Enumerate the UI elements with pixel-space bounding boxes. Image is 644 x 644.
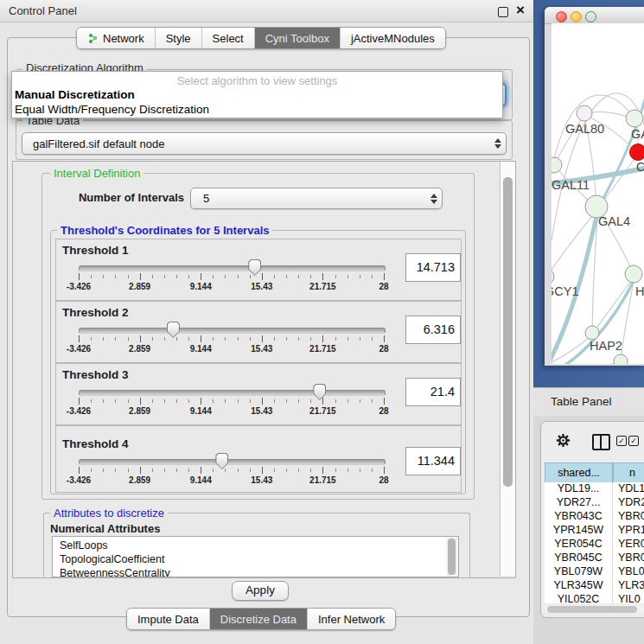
slider-thumb[interactable] <box>215 453 228 469</box>
tick-mark <box>213 469 214 472</box>
tick-label: 15.43 <box>251 282 272 291</box>
thresholds-title: Threshold's Coordinates for 5 Intervals <box>57 224 272 237</box>
column-header-name[interactable]: n <box>613 462 644 483</box>
node-label: GAL80 <box>565 122 604 136</box>
close-traffic-light-icon[interactable] <box>556 11 567 22</box>
slider-thumb[interactable] <box>248 259 261 276</box>
attribute-list-item[interactable]: SelfLoops <box>53 539 447 552</box>
tick-mark <box>286 399 287 403</box>
slider-track[interactable] <box>79 390 386 396</box>
show-columns-icon[interactable] <box>592 434 610 450</box>
attributes-list-scrollbar[interactable] <box>446 536 459 577</box>
threshold-value-field[interactable]: 6.316 <box>405 316 461 344</box>
table-row[interactable]: YDR27...YDR2 <box>545 496 644 510</box>
network-node[interactable] <box>577 105 592 121</box>
dropdown-option-equal-width[interactable]: Equal Width/Frequency Discretization <box>15 103 499 116</box>
table-row[interactable]: YPR145WYPR1 <box>545 524 644 538</box>
apply-button[interactable]: Apply <box>232 581 289 601</box>
dropdown-option-manual[interactable]: Manual Discretization <box>15 88 499 101</box>
tick-mark <box>79 335 80 342</box>
node-label: GAL4 <box>598 214 630 228</box>
tab-cyni-toolbox[interactable]: Cyni Toolbox <box>255 28 341 48</box>
tick-mark <box>372 275 373 278</box>
tab-select[interactable]: Select <box>202 28 255 48</box>
scrollbar-thumb[interactable] <box>448 539 456 575</box>
column-header-shared-name[interactable]: shared... <box>545 462 613 483</box>
network-window-titlebar[interactable] <box>545 7 644 24</box>
network-node[interactable] <box>626 110 643 127</box>
slider-track[interactable] <box>79 459 386 465</box>
table-data-combobox[interactable]: galFiltered.sif default node <box>22 132 507 155</box>
tick-mark <box>91 275 92 278</box>
table-panel-title: Table Panel <box>551 395 612 408</box>
tick-label: 9.144 <box>190 406 212 416</box>
threshold-value-field[interactable]: 11.344 <box>405 447 461 475</box>
tick-mark <box>298 399 299 403</box>
gear-icon[interactable] <box>555 432 571 449</box>
network-canvas[interactable]: GAL80GACGAL11GAL4GCY1HHAP2 <box>552 23 644 364</box>
select-all-checkbox-icon[interactable]: ✓ <box>616 436 627 446</box>
threshold-panel-2: Threshold 2-3.4262.8599.14415.4321.71528… <box>55 301 462 363</box>
attribute-list-item[interactable]: TopologicalCoefficient <box>53 552 447 566</box>
scrollbar-thumb[interactable] <box>503 177 513 487</box>
tab-infer-network[interactable]: Infer Network <box>308 609 395 629</box>
slider-thumb[interactable] <box>167 322 180 338</box>
unselect-all-checkbox-icon[interactable]: ✓ <box>628 436 639 446</box>
network-node[interactable] <box>614 354 628 364</box>
tick-mark <box>176 469 177 472</box>
vertical-scrollbar[interactable] <box>500 162 515 576</box>
network-edge <box>600 154 638 206</box>
tick-mark <box>176 399 177 403</box>
table-row[interactable]: YER054CYER0 <box>545 538 644 552</box>
node-table[interactable]: YDL19...YDL1YDR27...YDR2YBR043CYBR0YPR14… <box>545 482 644 603</box>
zoom-traffic-light-icon[interactable] <box>585 11 596 22</box>
network-node[interactable] <box>630 144 644 161</box>
network-node[interactable] <box>552 269 554 284</box>
tick-mark <box>152 337 153 341</box>
slider-track[interactable] <box>79 265 386 271</box>
float-window-icon[interactable] <box>498 7 508 17</box>
table-row[interactable]: YBR045CYBR0 <box>545 552 644 565</box>
minimize-traffic-light-icon[interactable] <box>571 11 582 22</box>
tab-jactivemnodules[interactable]: jActiveMNodules <box>341 28 445 48</box>
slider-thumb[interactable] <box>313 384 326 400</box>
close-icon[interactable]: × <box>516 2 526 12</box>
tick-mark <box>262 335 263 342</box>
tab-discretize-data[interactable]: Discretize Data <box>210 609 308 629</box>
network-node[interactable] <box>552 157 562 173</box>
tab-style[interactable]: Style <box>156 28 202 48</box>
tick-label: -3.426 <box>67 406 91 416</box>
scrollbar-thumb[interactable] <box>547 606 637 613</box>
tick-mark <box>201 467 201 474</box>
tab-impute-data[interactable]: Impute Data <box>127 609 210 629</box>
tick-mark <box>79 398 80 405</box>
tick-mark <box>140 467 141 474</box>
network-node[interactable] <box>585 326 599 340</box>
table-row[interactable]: YLR345WYLR3 <box>545 579 644 593</box>
numerical-attributes-list[interactable]: SelfLoopsTopologicalCoefficientBetweenne… <box>52 536 448 577</box>
tick-label: 28 <box>379 344 388 354</box>
tick-mark <box>91 469 92 472</box>
tick-mark <box>310 399 311 403</box>
network-node[interactable] <box>625 265 642 283</box>
tab-network[interactable]: Network <box>77 28 156 48</box>
tick-mark <box>322 335 323 342</box>
num-intervals-combobox[interactable]: 5 <box>190 188 443 209</box>
tick-label: 28 <box>379 406 388 416</box>
table-row[interactable]: YIL052CYIL0 <box>545 593 644 603</box>
tick-mark <box>188 469 189 472</box>
tick-label: 2.859 <box>129 475 150 485</box>
tick-mark <box>286 275 287 278</box>
table-row[interactable]: YBR043CYBR0 <box>545 510 644 524</box>
table-row[interactable]: YDL19...YDL1 <box>545 482 644 496</box>
attribute-list-item[interactable]: BetweennessCentrality <box>53 566 447 577</box>
threshold-value-field[interactable]: 21.4 <box>405 378 461 406</box>
tick-mark <box>91 399 92 403</box>
threshold-value-field[interactable]: 14.713 <box>405 253 461 282</box>
horizontal-scrollbar[interactable] <box>545 605 644 613</box>
tick-mark <box>164 275 165 278</box>
slider-track[interactable] <box>79 328 386 334</box>
tick-mark <box>250 399 251 403</box>
tick-label: 15.43 <box>251 475 272 485</box>
table-row[interactable]: YBL079WYBL0 <box>545 565 644 579</box>
